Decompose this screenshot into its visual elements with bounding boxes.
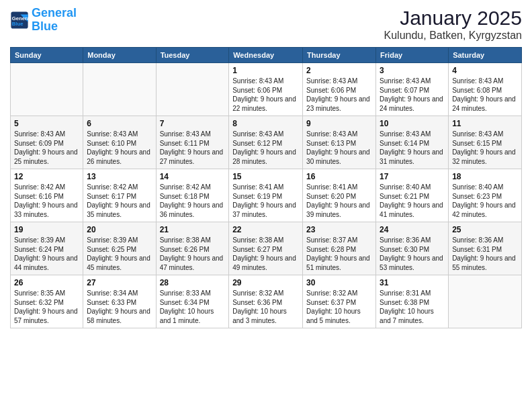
day-info: Sunrise: 8:43 AM Sunset: 6:11 PM Dayligh… [160, 130, 226, 166]
day-info: Sunrise: 8:40 AM Sunset: 6:21 PM Dayligh… [380, 183, 445, 219]
day-info: Sunrise: 8:36 AM Sunset: 6:31 PM Dayligh… [452, 236, 518, 272]
day-number: 19 [14, 225, 79, 234]
day-info: Sunrise: 8:34 AM Sunset: 6:33 PM Dayligh… [87, 289, 152, 325]
page: General Blue General Blue January 2025 K… [0, 0, 532, 411]
header-sunday: Sunday [11, 48, 83, 63]
day-info: Sunrise: 8:42 AM Sunset: 6:18 PM Dayligh… [160, 183, 226, 219]
table-row [83, 63, 156, 116]
day-info: Sunrise: 8:43 AM Sunset: 6:09 PM Dayligh… [14, 130, 79, 166]
day-info: Sunrise: 8:32 AM Sunset: 6:36 PM Dayligh… [232, 289, 299, 325]
header-saturday: Saturday [449, 48, 522, 63]
day-info: Sunrise: 8:43 AM Sunset: 6:12 PM Dayligh… [232, 130, 299, 166]
table-row: 22Sunrise: 8:38 AM Sunset: 6:27 PM Dayli… [229, 222, 303, 275]
day-number: 5 [14, 119, 79, 128]
table-row: 14Sunrise: 8:42 AM Sunset: 6:18 PM Dayli… [156, 169, 229, 222]
calendar-subtitle: Kulundu, Batken, Kyrgyzstan [384, 30, 522, 42]
day-info: Sunrise: 8:40 AM Sunset: 6:23 PM Dayligh… [452, 183, 518, 219]
table-row: 31Sunrise: 8:31 AM Sunset: 6:38 PM Dayli… [376, 275, 449, 328]
day-number: 7 [160, 119, 226, 128]
day-number: 11 [452, 119, 518, 128]
header-thursday: Thursday [303, 48, 376, 63]
table-row: 24Sunrise: 8:36 AM Sunset: 6:30 PM Dayli… [376, 222, 449, 275]
table-row: 9Sunrise: 8:43 AM Sunset: 6:13 PM Daylig… [303, 116, 376, 169]
day-number: 3 [380, 66, 445, 75]
day-number: 29 [232, 278, 299, 287]
day-number: 4 [452, 66, 518, 75]
header: General Blue General Blue January 2025 K… [10, 7, 522, 42]
day-info: Sunrise: 8:43 AM Sunset: 6:08 PM Dayligh… [452, 77, 518, 113]
table-row: 3Sunrise: 8:43 AM Sunset: 6:07 PM Daylig… [376, 63, 449, 116]
table-row: 29Sunrise: 8:32 AM Sunset: 6:36 PM Dayli… [229, 275, 303, 328]
table-row: 28Sunrise: 8:33 AM Sunset: 6:34 PM Dayli… [156, 275, 229, 328]
table-row: 15Sunrise: 8:41 AM Sunset: 6:19 PM Dayli… [229, 169, 303, 222]
calendar-week-row: 1Sunrise: 8:43 AM Sunset: 6:06 PM Daylig… [11, 63, 522, 116]
svg-text:Blue: Blue [12, 21, 24, 27]
day-number: 13 [87, 172, 152, 181]
table-row: 10Sunrise: 8:43 AM Sunset: 6:14 PM Dayli… [376, 116, 449, 169]
day-number: 21 [160, 225, 226, 234]
table-row: 30Sunrise: 8:32 AM Sunset: 6:37 PM Dayli… [303, 275, 376, 328]
day-info: Sunrise: 8:42 AM Sunset: 6:16 PM Dayligh… [14, 183, 79, 219]
table-row: 18Sunrise: 8:40 AM Sunset: 6:23 PM Dayli… [449, 169, 522, 222]
day-info: Sunrise: 8:33 AM Sunset: 6:34 PM Dayligh… [160, 289, 226, 325]
logo-line2: Blue [32, 19, 58, 33]
table-row [156, 63, 229, 116]
day-number: 22 [232, 225, 299, 234]
day-info: Sunrise: 8:32 AM Sunset: 6:37 PM Dayligh… [306, 289, 372, 325]
day-number: 24 [380, 225, 445, 234]
table-row: 4Sunrise: 8:43 AM Sunset: 6:08 PM Daylig… [449, 63, 522, 116]
table-row: 23Sunrise: 8:37 AM Sunset: 6:28 PM Dayli… [303, 222, 376, 275]
logo: General Blue General Blue [10, 7, 77, 34]
day-number: 18 [452, 172, 518, 181]
day-number: 15 [232, 172, 299, 181]
calendar-title: January 2025 [384, 7, 522, 30]
header-monday: Monday [83, 48, 156, 63]
table-row: 19Sunrise: 8:39 AM Sunset: 6:24 PM Dayli… [11, 222, 83, 275]
table-row: 7Sunrise: 8:43 AM Sunset: 6:11 PM Daylig… [156, 116, 229, 169]
table-row: 11Sunrise: 8:43 AM Sunset: 6:15 PM Dayli… [449, 116, 522, 169]
day-info: Sunrise: 8:38 AM Sunset: 6:27 PM Dayligh… [232, 236, 299, 272]
table-row: 21Sunrise: 8:38 AM Sunset: 6:26 PM Dayli… [156, 222, 229, 275]
table-row: 26Sunrise: 8:35 AM Sunset: 6:32 PM Dayli… [11, 275, 83, 328]
header-friday: Friday [376, 48, 449, 63]
day-info: Sunrise: 8:36 AM Sunset: 6:30 PM Dayligh… [380, 236, 445, 272]
day-info: Sunrise: 8:43 AM Sunset: 6:10 PM Dayligh… [87, 130, 152, 166]
header-wednesday: Wednesday [229, 48, 303, 63]
day-info: Sunrise: 8:41 AM Sunset: 6:20 PM Dayligh… [306, 183, 372, 219]
calendar-header-row: Sunday Monday Tuesday Wednesday Thursday… [11, 48, 522, 63]
day-info: Sunrise: 8:38 AM Sunset: 6:26 PM Dayligh… [160, 236, 226, 272]
day-number: 9 [306, 119, 372, 128]
day-number: 10 [380, 119, 445, 128]
day-number: 17 [380, 172, 445, 181]
table-row: 27Sunrise: 8:34 AM Sunset: 6:33 PM Dayli… [83, 275, 156, 328]
day-number: 2 [306, 66, 372, 75]
calendar-week-row: 26Sunrise: 8:35 AM Sunset: 6:32 PM Dayli… [11, 275, 522, 328]
table-row: 8Sunrise: 8:43 AM Sunset: 6:12 PM Daylig… [229, 116, 303, 169]
day-info: Sunrise: 8:39 AM Sunset: 6:24 PM Dayligh… [14, 236, 79, 272]
day-number: 27 [87, 278, 152, 287]
day-info: Sunrise: 8:42 AM Sunset: 6:17 PM Dayligh… [87, 183, 152, 219]
table-row: 13Sunrise: 8:42 AM Sunset: 6:17 PM Dayli… [83, 169, 156, 222]
header-tuesday: Tuesday [156, 48, 229, 63]
day-info: Sunrise: 8:43 AM Sunset: 6:13 PM Dayligh… [306, 130, 372, 166]
day-info: Sunrise: 8:31 AM Sunset: 6:38 PM Dayligh… [380, 289, 445, 325]
calendar-week-row: 12Sunrise: 8:42 AM Sunset: 6:16 PM Dayli… [11, 169, 522, 222]
day-number: 1 [232, 66, 299, 75]
table-row: 16Sunrise: 8:41 AM Sunset: 6:20 PM Dayli… [303, 169, 376, 222]
day-info: Sunrise: 8:43 AM Sunset: 6:06 PM Dayligh… [306, 77, 372, 113]
table-row: 6Sunrise: 8:43 AM Sunset: 6:10 PM Daylig… [83, 116, 156, 169]
table-row: 17Sunrise: 8:40 AM Sunset: 6:21 PM Dayli… [376, 169, 449, 222]
logo-line1: General [32, 6, 77, 19]
day-info: Sunrise: 8:35 AM Sunset: 6:32 PM Dayligh… [14, 289, 79, 325]
day-number: 26 [14, 278, 79, 287]
table-row [11, 63, 83, 116]
day-info: Sunrise: 8:43 AM Sunset: 6:14 PM Dayligh… [380, 130, 445, 166]
logo-icon: General Blue [10, 11, 29, 30]
day-number: 25 [452, 225, 518, 234]
svg-text:General: General [12, 15, 29, 21]
day-info: Sunrise: 8:37 AM Sunset: 6:28 PM Dayligh… [306, 236, 372, 272]
day-number: 6 [87, 119, 152, 128]
day-info: Sunrise: 8:43 AM Sunset: 6:15 PM Dayligh… [452, 130, 518, 166]
table-row: 20Sunrise: 8:39 AM Sunset: 6:25 PM Dayli… [83, 222, 156, 275]
calendar-week-row: 5Sunrise: 8:43 AM Sunset: 6:09 PM Daylig… [11, 116, 522, 169]
